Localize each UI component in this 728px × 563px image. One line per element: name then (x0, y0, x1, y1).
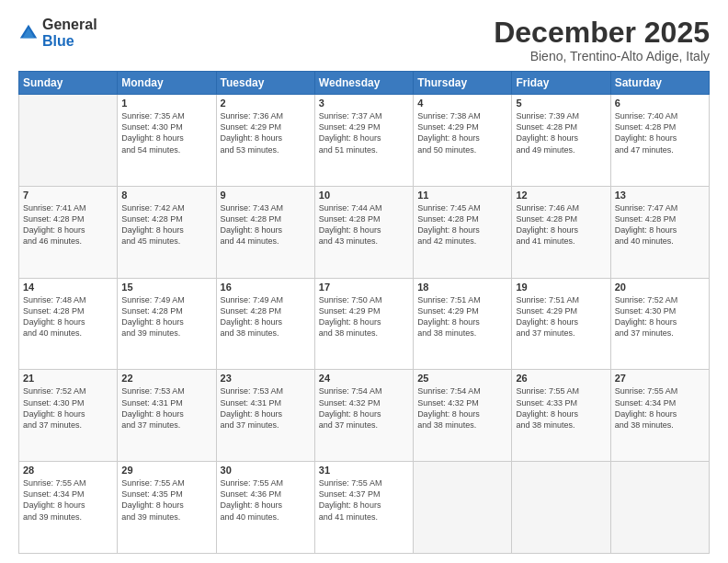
calendar-cell: 14Sunrise: 7:48 AMSunset: 4:28 PMDayligh… (19, 278, 118, 370)
calendar-cell: 27Sunrise: 7:55 AMSunset: 4:34 PMDayligh… (610, 370, 709, 462)
day-number: 29 (121, 465, 211, 476)
day-number: 24 (319, 373, 409, 384)
day-info: Sunrise: 7:38 AMSunset: 4:29 PMDaylight:… (417, 110, 507, 155)
day-info: Sunrise: 7:55 AMSunset: 4:36 PMDaylight:… (221, 477, 311, 523)
main-title: December 2025 (494, 17, 710, 49)
calendar-cell: 23Sunrise: 7:53 AMSunset: 4:31 PMDayligh… (216, 370, 314, 462)
day-info: Sunrise: 7:45 AMSunset: 4:28 PMDaylight:… (417, 202, 507, 247)
weekday-header-wednesday: Wednesday (314, 72, 413, 95)
calendar-cell: 20Sunrise: 7:52 AMSunset: 4:30 PMDayligh… (610, 278, 709, 370)
day-number: 25 (417, 373, 507, 384)
calendar-cell: 9Sunrise: 7:43 AMSunset: 4:28 PMDaylight… (216, 186, 314, 278)
day-number: 31 (319, 465, 409, 476)
day-info: Sunrise: 7:55 AMSunset: 4:35 PMDaylight:… (121, 477, 211, 523)
calendar-cell: 16Sunrise: 7:49 AMSunset: 4:28 PMDayligh… (216, 278, 314, 370)
calendar-cell: 1Sunrise: 7:35 AMSunset: 4:30 PMDaylight… (118, 95, 216, 187)
calendar-cell: 7Sunrise: 7:41 AMSunset: 4:28 PMDaylight… (19, 186, 118, 278)
day-info: Sunrise: 7:39 AMSunset: 4:28 PMDaylight:… (516, 110, 606, 155)
calendar-cell: 18Sunrise: 7:51 AMSunset: 4:29 PMDayligh… (414, 278, 512, 370)
day-info: Sunrise: 7:36 AMSunset: 4:29 PMDaylight:… (221, 110, 311, 155)
day-info: Sunrise: 7:46 AMSunset: 4:28 PMDaylight:… (516, 202, 606, 247)
day-number: 15 (121, 282, 211, 293)
day-info: Sunrise: 7:48 AMSunset: 4:28 PMDaylight:… (23, 294, 113, 339)
day-info: Sunrise: 7:49 AMSunset: 4:28 PMDaylight:… (121, 294, 211, 339)
day-info: Sunrise: 7:44 AMSunset: 4:28 PMDaylight:… (319, 202, 409, 247)
calendar-cell: 19Sunrise: 7:51 AMSunset: 4:29 PMDayligh… (512, 278, 610, 370)
day-info: Sunrise: 7:52 AMSunset: 4:30 PMDaylight:… (615, 294, 705, 339)
logo-general: General (42, 17, 97, 33)
day-info: Sunrise: 7:47 AMSunset: 4:28 PMDaylight:… (615, 202, 705, 247)
day-info: Sunrise: 7:49 AMSunset: 4:28 PMDaylight:… (221, 294, 311, 339)
calendar-cell: 4Sunrise: 7:38 AMSunset: 4:29 PMDaylight… (414, 95, 512, 187)
day-number: 14 (23, 282, 113, 293)
day-number: 19 (516, 282, 606, 293)
day-info: Sunrise: 7:51 AMSunset: 4:29 PMDaylight:… (417, 294, 507, 339)
day-number: 27 (615, 373, 705, 384)
day-number: 30 (221, 465, 311, 476)
weekday-header-tuesday: Tuesday (216, 72, 314, 95)
calendar-cell (19, 95, 118, 187)
day-number: 5 (516, 98, 606, 109)
logo: General Blue (18, 17, 97, 49)
calendar-table: SundayMondayTuesdayWednesdayThursdayFrid… (18, 71, 710, 554)
calendar-cell: 30Sunrise: 7:55 AMSunset: 4:36 PMDayligh… (216, 462, 314, 554)
day-info: Sunrise: 7:41 AMSunset: 4:28 PMDaylight:… (23, 202, 113, 247)
calendar-cell: 25Sunrise: 7:54 AMSunset: 4:32 PMDayligh… (414, 370, 512, 462)
calendar-cell: 29Sunrise: 7:55 AMSunset: 4:35 PMDayligh… (118, 462, 216, 554)
calendar-cell: 13Sunrise: 7:47 AMSunset: 4:28 PMDayligh… (610, 186, 709, 278)
day-info: Sunrise: 7:43 AMSunset: 4:28 PMDaylight:… (221, 202, 311, 247)
calendar-cell: 2Sunrise: 7:36 AMSunset: 4:29 PMDaylight… (216, 95, 314, 187)
day-info: Sunrise: 7:55 AMSunset: 4:33 PMDaylight:… (516, 385, 606, 431)
calendar-cell: 5Sunrise: 7:39 AMSunset: 4:28 PMDaylight… (512, 95, 610, 187)
calendar-cell: 22Sunrise: 7:53 AMSunset: 4:31 PMDayligh… (118, 370, 216, 462)
calendar-cell: 10Sunrise: 7:44 AMSunset: 4:28 PMDayligh… (314, 186, 413, 278)
day-number: 12 (516, 190, 606, 201)
calendar-cell (610, 462, 709, 554)
weekday-header-saturday: Saturday (610, 72, 709, 95)
calendar-cell (414, 462, 512, 554)
day-number: 16 (221, 282, 311, 293)
day-info: Sunrise: 7:51 AMSunset: 4:29 PMDaylight:… (516, 294, 606, 339)
day-info: Sunrise: 7:40 AMSunset: 4:28 PMDaylight:… (615, 110, 705, 155)
logo-text: General Blue (42, 17, 97, 49)
calendar-cell: 6Sunrise: 7:40 AMSunset: 4:28 PMDaylight… (610, 95, 709, 187)
week-row-3: 14Sunrise: 7:48 AMSunset: 4:28 PMDayligh… (19, 278, 710, 370)
calendar-cell: 24Sunrise: 7:54 AMSunset: 4:32 PMDayligh… (314, 370, 413, 462)
day-number: 3 (319, 98, 409, 109)
day-info: Sunrise: 7:42 AMSunset: 4:28 PMDaylight:… (121, 202, 211, 247)
day-number: 17 (319, 282, 409, 293)
calendar-cell: 28Sunrise: 7:55 AMSunset: 4:34 PMDayligh… (19, 462, 118, 554)
weekday-header-sunday: Sunday (19, 72, 118, 95)
calendar-cell (512, 462, 610, 554)
calendar-cell: 21Sunrise: 7:52 AMSunset: 4:30 PMDayligh… (19, 370, 118, 462)
day-info: Sunrise: 7:37 AMSunset: 4:29 PMDaylight:… (319, 110, 409, 155)
day-info: Sunrise: 7:52 AMSunset: 4:30 PMDaylight:… (23, 385, 113, 431)
day-info: Sunrise: 7:55 AMSunset: 4:34 PMDaylight:… (615, 385, 705, 431)
weekday-header-row: SundayMondayTuesdayWednesdayThursdayFrid… (19, 72, 710, 95)
logo-blue: Blue (42, 33, 97, 50)
day-info: Sunrise: 7:54 AMSunset: 4:32 PMDaylight:… (417, 385, 507, 431)
day-info: Sunrise: 7:35 AMSunset: 4:30 PMDaylight:… (121, 110, 211, 155)
day-number: 13 (615, 190, 705, 201)
day-number: 2 (221, 98, 311, 109)
day-number: 4 (417, 98, 507, 109)
page: General Blue December 2025 Bieno, Trenti… (0, 0, 728, 563)
day-info: Sunrise: 7:54 AMSunset: 4:32 PMDaylight:… (319, 385, 409, 431)
calendar-cell: 12Sunrise: 7:46 AMSunset: 4:28 PMDayligh… (512, 186, 610, 278)
week-row-4: 21Sunrise: 7:52 AMSunset: 4:30 PMDayligh… (19, 370, 710, 462)
calendar-cell: 26Sunrise: 7:55 AMSunset: 4:33 PMDayligh… (512, 370, 610, 462)
logo-icon (18, 23, 39, 43)
day-info: Sunrise: 7:55 AMSunset: 4:37 PMDaylight:… (319, 477, 409, 523)
day-number: 28 (23, 465, 113, 476)
day-number: 26 (516, 373, 606, 384)
day-number: 18 (417, 282, 507, 293)
subtitle: Bieno, Trentino-Alto Adige, Italy (494, 49, 710, 63)
weekday-header-monday: Monday (118, 72, 216, 95)
day-number: 8 (121, 190, 211, 201)
weekday-header-thursday: Thursday (414, 72, 512, 95)
day-number: 22 (121, 373, 211, 384)
day-number: 23 (221, 373, 311, 384)
day-info: Sunrise: 7:50 AMSunset: 4:29 PMDaylight:… (319, 294, 409, 339)
week-row-2: 7Sunrise: 7:41 AMSunset: 4:28 PMDaylight… (19, 186, 710, 278)
week-row-5: 28Sunrise: 7:55 AMSunset: 4:34 PMDayligh… (19, 462, 710, 554)
